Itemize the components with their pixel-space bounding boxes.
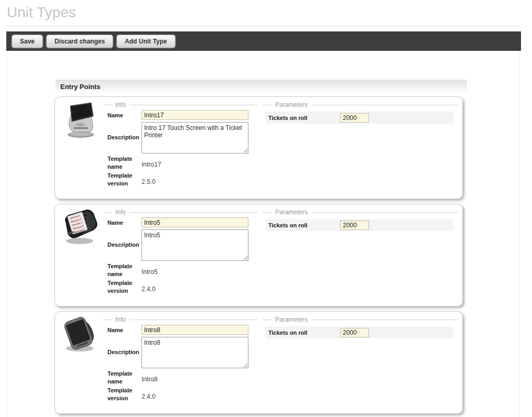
template-name-value: Intro17 xyxy=(142,161,161,168)
tickets-on-roll-input[interactable] xyxy=(340,328,369,337)
template-name-value: Intro8 xyxy=(142,376,158,383)
name-label: Name xyxy=(107,219,123,227)
entry-points-header: Entry Points xyxy=(56,80,467,94)
content-area: Entry Points Info Name Description Intro… xyxy=(7,51,520,417)
template-version-value: 2.4.0 xyxy=(142,286,156,293)
name-input[interactable] xyxy=(142,217,248,227)
five-button-service-terminal-image: Service 1 Service 2 Service 3 Service 4 … xyxy=(59,208,102,246)
info-legend: Info xyxy=(103,316,258,323)
info-legend: Info xyxy=(103,101,258,108)
info-fieldset: Info Name Description Intro 17 Touch Scr… xyxy=(103,101,258,195)
parameters-legend: Parameters xyxy=(263,101,458,108)
parameters-legend: Parameters xyxy=(263,316,458,323)
name-label: Name xyxy=(107,326,123,334)
tickets-on-roll-label: Tickets on roll xyxy=(266,115,340,121)
description-textarea[interactable]: Intro 17 Touch Screen with a Ticket Prin… xyxy=(142,122,248,153)
template-version-value: 2.4.0 xyxy=(142,393,156,400)
tickets-on-roll-row: Tickets on roll xyxy=(266,326,453,338)
name-label: Name xyxy=(107,112,123,119)
parameters-fieldset: Parameters Tickets on roll xyxy=(263,316,458,410)
unit-type-card-intro8: Info Name Description Intro8 Template na… xyxy=(55,311,463,414)
template-name-label: Template name xyxy=(107,262,139,278)
tickets-on-roll-label: Tickets on roll xyxy=(266,222,340,228)
touchscreen-kiosk-image xyxy=(59,101,102,138)
description-label: Description xyxy=(107,241,139,249)
unit-type-card-intro17: Info Name Description Intro 17 Touch Scr… xyxy=(55,96,463,199)
template-version-value: 2.5.0 xyxy=(142,178,156,185)
tickets-on-roll-input[interactable] xyxy=(340,113,369,123)
template-name-label: Template name xyxy=(107,155,139,171)
template-name-value: Intro5 xyxy=(142,268,158,276)
toolbar: Save Discard changes Add Unit Type xyxy=(6,31,521,51)
tickets-on-roll-row: Tickets on roll xyxy=(266,112,453,124)
name-input[interactable] xyxy=(142,325,248,335)
save-button[interactable]: Save xyxy=(12,35,43,48)
description-textarea[interactable]: Intro5 xyxy=(142,229,248,261)
add-unit-type-button[interactable]: Add Unit Type xyxy=(116,35,175,48)
tickets-on-roll-label: Tickets on roll xyxy=(266,330,340,336)
tickets-on-roll-input[interactable] xyxy=(340,221,369,230)
info-legend: Info xyxy=(103,208,258,216)
name-input[interactable] xyxy=(142,110,248,120)
description-label: Description xyxy=(107,134,139,141)
parameters-fieldset: Parameters Tickets on roll xyxy=(263,101,458,195)
template-name-label: Template name xyxy=(107,370,139,386)
unit-type-card-intro5: Service 1 Service 2 Service 3 Service 4 … xyxy=(55,204,463,306)
template-version-label: Template version xyxy=(107,279,139,295)
description-textarea[interactable]: Intro8 xyxy=(142,337,248,368)
tickets-on-roll-row: Tickets on roll xyxy=(266,219,453,231)
template-version-label: Template version xyxy=(107,387,139,402)
info-fieldset: Info Name Description Intro8 Template na… xyxy=(103,316,258,410)
description-label: Description xyxy=(107,348,139,356)
page-title: Unit Types xyxy=(7,4,522,26)
discard-changes-button[interactable]: Discard changes xyxy=(46,35,113,48)
info-fieldset: Info Name Description Intro5 Template na… xyxy=(103,208,258,303)
parameters-legend: Parameters xyxy=(263,208,458,216)
template-version-label: Template version xyxy=(107,172,139,188)
parameters-fieldset: Parameters Tickets on roll xyxy=(263,208,458,303)
handheld-touch-terminal-image xyxy=(59,315,102,353)
